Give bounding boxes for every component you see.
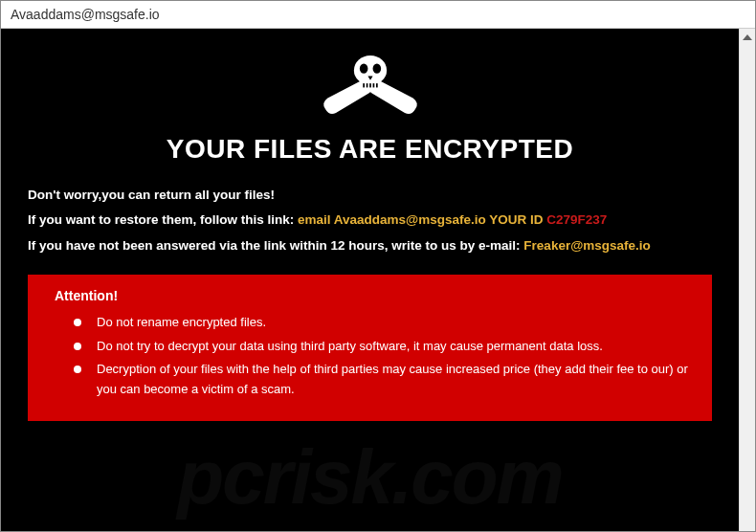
line3-prefix: If you have not been answered via the li… <box>28 238 523 253</box>
list-item: Decryption of your files with the help o… <box>74 360 693 400</box>
intro-line-3: If you have not been answered via the li… <box>28 236 712 255</box>
skull-crossbones-icon <box>313 46 428 122</box>
line2-prefix: If you want to restore them, follow this… <box>28 212 298 227</box>
attention-box: Attention! Do not rename encrypted files… <box>28 275 712 421</box>
contact-email-2: Freaker@msgsafe.io <box>523 238 650 253</box>
content-area: YOUR FILES ARE ENCRYPTED Don't worry,you… <box>1 29 755 531</box>
scroll-up-button[interactable] <box>740 29 755 45</box>
attention-title: Attention! <box>55 288 693 303</box>
headline: YOUR FILES ARE ENCRYPTED <box>28 134 712 165</box>
svg-point-5 <box>372 64 381 74</box>
watermark-text: pcrisk.com <box>1 433 739 521</box>
ransom-window: Avaaddams@msgsafe.io <box>0 0 756 532</box>
skull-logo-wrap <box>28 46 712 126</box>
attention-list: Do not rename encrypted files. Do not tr… <box>55 313 693 400</box>
email-label: email <box>298 212 334 227</box>
svg-rect-6 <box>363 83 365 87</box>
intro-text: Don't worry,you can return all your file… <box>28 188 275 202</box>
svg-rect-10 <box>376 83 378 87</box>
vertical-scrollbar[interactable] <box>739 29 755 531</box>
window-titlebar: Avaaddams@msgsafe.io <box>1 1 755 29</box>
intro-line-2: If you want to restore them, follow this… <box>28 211 712 230</box>
svg-rect-8 <box>369 83 371 87</box>
list-item: Do not rename encrypted files. <box>74 313 693 333</box>
your-id-label: YOUR ID <box>486 212 547 227</box>
svg-point-4 <box>359 64 367 74</box>
svg-rect-9 <box>372 83 374 87</box>
chevron-up-icon <box>743 34 752 40</box>
svg-rect-7 <box>366 83 367 87</box>
contact-email-1: Avaaddams@msgsafe.io <box>334 212 486 227</box>
window-title: Avaaddams@msgsafe.io <box>11 7 160 22</box>
intro-line-1: Don't worry,you can return all your file… <box>28 186 712 205</box>
ransom-content: YOUR FILES ARE ENCRYPTED Don't worry,you… <box>1 29 739 531</box>
victim-id: C279F237 <box>546 212 607 227</box>
list-item: Do not try to decrypt your data using th… <box>74 337 693 357</box>
